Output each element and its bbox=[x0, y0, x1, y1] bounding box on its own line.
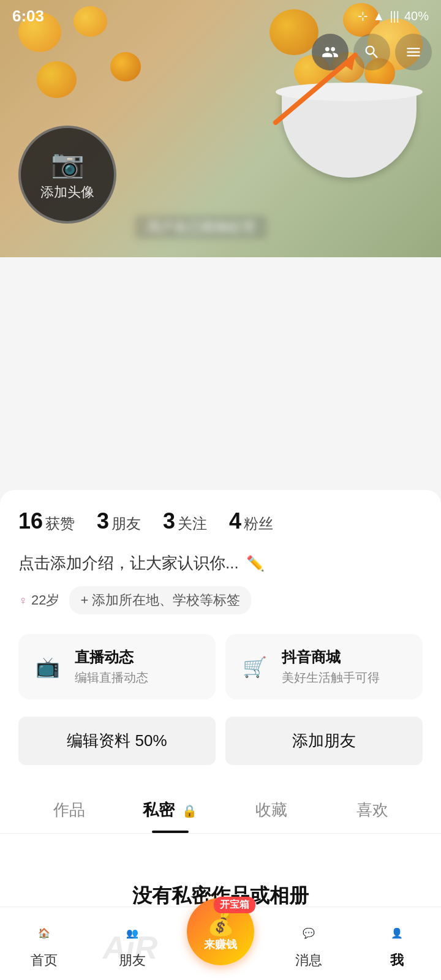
edit-bio-icon: ✏️ bbox=[246, 555, 265, 572]
earn-circle: 开宝箱 💰 来赚钱 bbox=[187, 898, 254, 965]
tab-private-label: 私密 bbox=[143, 801, 175, 819]
avatar-section[interactable]: 📷 添加头像 bbox=[18, 126, 116, 224]
stat-followers[interactable]: 4 粉丝 bbox=[229, 508, 273, 534]
live-info: 直播动态 编辑直播动态 bbox=[75, 647, 148, 686]
nav-home-label: 首页 bbox=[31, 951, 58, 970]
tabs-row: 作品 私密 🔒 收藏 喜欢 bbox=[0, 787, 441, 834]
battery-indicator: 40% bbox=[404, 9, 429, 23]
shop-icon: 🛒 bbox=[238, 650, 272, 684]
feature-cards: 📺 直播动态 编辑直播动态 🛒 抖音商城 美好生活触手可得 bbox=[18, 634, 423, 699]
nav-messages[interactable]: 💬 消息 bbox=[265, 918, 353, 970]
signal-icon: ||| bbox=[390, 9, 399, 23]
following-count: 3 bbox=[163, 508, 175, 534]
likes-label: 获赞 bbox=[45, 514, 75, 533]
home-icon: 🏠 bbox=[29, 918, 59, 949]
messages-icon: 💬 bbox=[293, 918, 324, 949]
age-tag: ♀ 22岁 bbox=[18, 591, 59, 609]
nav-home[interactable]: 🏠 首页 bbox=[0, 918, 88, 970]
live-title: 直播动态 bbox=[75, 647, 148, 667]
friends-count: 3 bbox=[97, 508, 109, 534]
gender-icon: ♀ bbox=[18, 594, 28, 608]
stats-row: 16 获赞 3 朋友 3 关注 4 粉丝 bbox=[18, 508, 423, 534]
age-text: 22岁 bbox=[31, 591, 59, 609]
bio-section[interactable]: 点击添加介绍，让大家认识你... ✏️ bbox=[18, 552, 423, 574]
lock-icon: 🔒 bbox=[182, 804, 197, 818]
shop-sub: 美好生活触手可得 bbox=[282, 669, 380, 686]
money-bag-icon: 💰 bbox=[207, 911, 235, 937]
followers-count: 4 bbox=[229, 508, 241, 534]
shop-card[interactable]: 🛒 抖音商城 美好生活触手可得 bbox=[225, 634, 423, 699]
status-time: 6:03 bbox=[12, 7, 44, 26]
bio-text: 点击添加介绍，让大家认识你... bbox=[18, 552, 239, 574]
tab-works[interactable]: 作品 bbox=[18, 787, 119, 833]
tab-likes[interactable]: 喜欢 bbox=[322, 787, 423, 833]
add-avatar-label: 添加头像 bbox=[40, 183, 94, 202]
tab-works-label: 作品 bbox=[53, 801, 85, 819]
edit-profile-button[interactable]: 编辑资料 50% bbox=[18, 717, 216, 765]
camera-icon: 📷 bbox=[51, 148, 85, 179]
stat-likes[interactable]: 16 获赞 bbox=[18, 508, 75, 534]
wifi-icon: ▲ bbox=[373, 9, 385, 23]
tab-collections[interactable]: 收藏 bbox=[221, 787, 322, 833]
live-card[interactable]: 📺 直播动态 编辑直播动态 bbox=[18, 634, 216, 699]
bottom-nav: 🏠 首页 👥 朋友 开宝箱 💰 来赚钱 💬 消息 👤 我 bbox=[0, 907, 441, 980]
username-area: 用户名已模糊处理 bbox=[135, 216, 267, 239]
bluetooth-icon: ⊹ bbox=[358, 9, 368, 23]
air-watermark: AiR bbox=[93, 914, 167, 980]
add-friend-button[interactable]: 添加朋友 bbox=[225, 717, 423, 765]
add-tag-button[interactable]: + 添加所在地、学校等标签 bbox=[69, 586, 251, 614]
tab-collections-label: 收藏 bbox=[255, 801, 287, 819]
action-buttons: 编辑资料 50% 添加朋友 bbox=[18, 717, 423, 765]
nav-earn[interactable]: 开宝箱 💰 来赚钱 bbox=[176, 898, 265, 965]
earn-badge: 开宝箱 bbox=[214, 897, 255, 913]
live-sub: 编辑直播动态 bbox=[75, 669, 148, 686]
earn-text: 来赚钱 bbox=[204, 937, 237, 952]
status-icons: ⊹ ▲ ||| 40% bbox=[358, 9, 429, 23]
menu-button[interactable] bbox=[395, 34, 432, 70]
add-tag-label: + 添加所在地、学校等标签 bbox=[80, 591, 240, 609]
fruit-decoration bbox=[110, 52, 141, 81]
me-icon: 👤 bbox=[382, 918, 412, 949]
stat-following[interactable]: 3 关注 bbox=[163, 508, 207, 534]
following-label: 关注 bbox=[178, 514, 207, 533]
tab-private[interactable]: 私密 🔒 bbox=[119, 787, 221, 833]
live-icon: 📺 bbox=[31, 650, 65, 684]
likes-count: 16 bbox=[18, 508, 43, 534]
shop-title: 抖音商城 bbox=[282, 647, 380, 667]
profile-banner: 📷 添加头像 用户名已模糊处理 bbox=[0, 0, 441, 257]
followers-label: 粉丝 bbox=[244, 514, 273, 533]
nav-me-label: 我 bbox=[390, 951, 404, 970]
svg-line-0 bbox=[276, 55, 355, 123]
tab-likes-label: 喜欢 bbox=[356, 801, 388, 819]
stat-friends[interactable]: 3 朋友 bbox=[97, 508, 141, 534]
fruit-decoration bbox=[37, 61, 77, 98]
friends-label: 朋友 bbox=[111, 514, 141, 533]
nav-me[interactable]: 👤 我 bbox=[353, 918, 441, 970]
tags-row: ♀ 22岁 + 添加所在地、学校等标签 bbox=[18, 586, 423, 614]
add-avatar-button[interactable]: 📷 添加头像 bbox=[18, 126, 116, 224]
status-bar: 6:03 ⊹ ▲ ||| 40% bbox=[0, 0, 441, 32]
nav-messages-label: 消息 bbox=[295, 951, 322, 970]
arrow-annotation bbox=[257, 37, 380, 137]
shop-info: 抖音商城 美好生活触手可得 bbox=[282, 647, 380, 686]
